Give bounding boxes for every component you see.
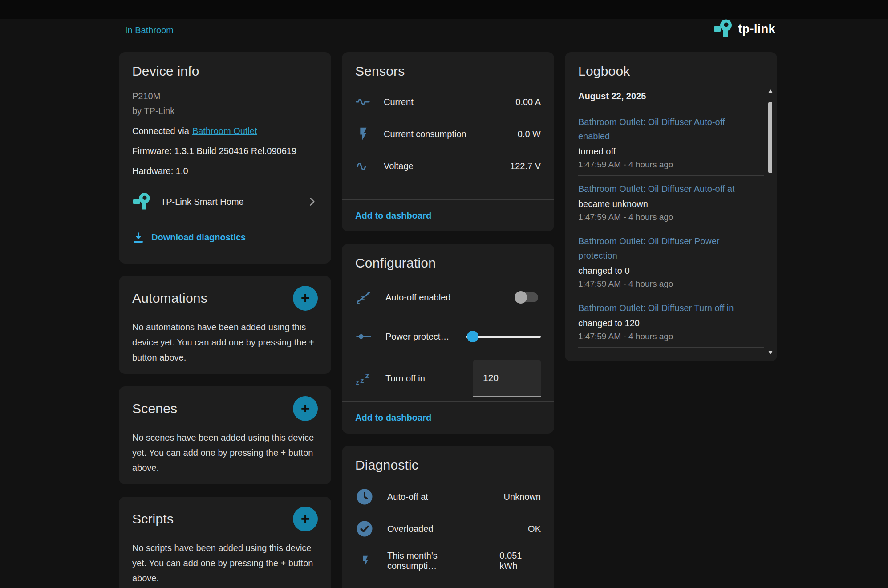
diagnostic-card: Diagnostic Auto-off at Unknown Overloade (342, 446, 554, 588)
sensor-value: 122.7 V (510, 161, 541, 171)
logbook-entity-link[interactable]: Bathroom Outlet: Oil Diffuser Auto-off e… (578, 117, 725, 141)
sleep-zzz-icon: z z z (355, 370, 372, 387)
logbook-card: Logbook August 22, 2025 Bathroom Outlet:… (565, 52, 777, 361)
diagnostic-row-auto-off-at[interactable]: Auto-off at Unknown (342, 481, 554, 513)
device-info-card: Device info P210M by TP-Link Connected v… (119, 52, 331, 264)
scripts-card: Scripts + No scripts have been added usi… (119, 497, 331, 588)
scenes-title: Scenes (132, 401, 177, 416)
add-to-dashboard-link[interactable]: Add to dashboard (355, 413, 431, 423)
plus-icon: + (301, 290, 310, 305)
configuration-footer: Add to dashboard (342, 401, 554, 434)
download-diagnostics-link[interactable]: Download diagnostics (151, 232, 246, 243)
breadcrumb[interactable]: In Bathroom (125, 25, 174, 36)
device-info-title: Device info (132, 64, 318, 79)
diagnostic-value: Unknown (504, 492, 541, 502)
connected-via-link[interactable]: Bathroom Outlet (192, 126, 257, 136)
sensors-card: Sensors Current 0.00 A Current consumpti… (342, 52, 554, 231)
scenes-card: Scenes + No scenes have been added using… (119, 386, 331, 484)
diagnostic-row-month-consumption[interactable]: This month's consumpti… 0.051 kWh (342, 545, 554, 577)
scrollbar-up-arrow-icon[interactable] (768, 89, 773, 93)
logbook-state: became unknown (578, 197, 754, 211)
sleep-off-icon: z z z (355, 289, 372, 306)
logbook-entry: Bathroom Outlet: Oil Diffuser Power prot… (578, 228, 764, 295)
svg-text:z: z (356, 379, 359, 386)
svg-text:z: z (360, 376, 364, 385)
connected-via-label: Connected via (132, 126, 189, 136)
logbook-entry: Bathroom Outlet: Oil Diffuser Auto-off e… (578, 109, 764, 176)
configuration-card: Configuration z z z Auto-off enabled (342, 244, 554, 434)
logbook-title: Logbook (578, 64, 764, 79)
scrollbar-down-arrow-icon[interactable] (768, 351, 773, 354)
logbook-scrollbar[interactable] (768, 89, 773, 354)
sensor-row-current-consumption[interactable]: Current consumption 0.0 W (342, 118, 554, 150)
logbook-state: changed to 120 (578, 316, 754, 330)
add-to-dashboard-link[interactable]: Add to dashboard (355, 211, 431, 221)
logbook-timestamp: 1:47:59 AM - 4 hours ago (578, 160, 754, 170)
logbook-entity-link[interactable]: Bathroom Outlet: Oil Diffuser Turn off i… (578, 303, 734, 313)
logbook-timestamp: 1:47:59 AM - 4 hours ago (578, 212, 754, 222)
diagnostic-value: 0.051 kWh (499, 551, 541, 571)
sensor-row-voltage[interactable]: Voltage 122.7 V (342, 150, 554, 182)
add-scene-button[interactable]: + (293, 396, 318, 421)
add-script-button[interactable]: + (293, 507, 318, 531)
chevron-right-icon (306, 196, 318, 207)
config-row-turn-off-in: z z z Turn off in (342, 356, 554, 401)
diagnostic-label: Auto-off at (387, 492, 428, 502)
sensor-label: Current consumption (384, 129, 466, 139)
clock-icon (355, 487, 374, 506)
logbook-timestamp: 1:47:59 AM - 4 hours ago (578, 279, 754, 289)
scripts-title: Scripts (132, 511, 174, 527)
column-right: Logbook August 22, 2025 Bathroom Outlet:… (565, 52, 777, 588)
logbook-date-header: August 22, 2025 (578, 91, 777, 109)
slider-thumb[interactable] (467, 331, 478, 342)
auto-off-toggle[interactable] (516, 292, 538, 302)
sensor-value: 0.00 A (515, 97, 541, 107)
tune-slider-icon (355, 328, 372, 345)
power-protect-label: Power protect… (385, 332, 449, 342)
logbook-entry: Bathroom Outlet: Oil Diffuser Turn off i… (578, 295, 764, 348)
turn-off-in-input[interactable] (473, 360, 541, 397)
download-icon (132, 231, 145, 244)
config-row-power-protect: Power protect… (342, 317, 554, 356)
hardware-line: Hardware: 1.0 (132, 166, 318, 176)
integration-label: TP-Link Smart Home (161, 197, 297, 207)
logbook-timestamp: 1:47:59 AM - 4 hours ago (578, 332, 754, 341)
device-info-footer: Download diagnostics (119, 221, 331, 254)
automations-title: Automations (132, 291, 207, 306)
config-row-auto-off: z z z Auto-off enabled (342, 278, 554, 317)
tp-link-logo-icon (713, 19, 734, 39)
scripts-empty-text: No scripts have been added using this de… (132, 540, 321, 586)
tp-link-integration-icon (132, 192, 152, 211)
sensor-label: Current (384, 97, 414, 107)
check-circle-icon (355, 519, 374, 538)
sensor-label: Voltage (384, 161, 414, 171)
scrollbar-thumb[interactable] (768, 102, 772, 173)
svg-text:z: z (365, 371, 369, 380)
sensor-row-current[interactable]: Current 0.00 A (342, 86, 554, 118)
column-middle: Sensors Current 0.00 A Current consumpti… (342, 52, 554, 588)
auto-off-label: Auto-off enabled (385, 292, 450, 303)
device-manufacturer: by TP-Link (132, 106, 318, 116)
brand: tp-link (713, 19, 775, 39)
logbook-state: changed to 0 (578, 264, 754, 278)
plus-icon: + (301, 401, 310, 416)
integration-row-tplink-smart-home[interactable]: TP-Link Smart Home (119, 187, 331, 216)
topbar: In Bathroom tp-link (0, 0, 888, 52)
add-automation-button[interactable]: + (293, 286, 318, 311)
diagnostic-title: Diagnostic (342, 458, 554, 473)
automations-card: Automations + No automations have been a… (119, 276, 331, 374)
logbook-entity-link[interactable]: Bathroom Outlet: Oil Diffuser Power prot… (578, 236, 720, 260)
scenes-empty-text: No scenes have been added using this dev… (132, 430, 321, 475)
sensors-footer: Add to dashboard (342, 199, 554, 231)
turn-off-in-label: Turn off in (385, 373, 425, 384)
logbook-state: turned off (578, 144, 754, 158)
flash-icon (355, 126, 370, 142)
sensor-value: 0.0 W (518, 129, 541, 139)
flash-icon (355, 552, 374, 570)
diagnostic-row-overloaded[interactable]: Overloaded OK (342, 513, 554, 545)
logbook-entity-link[interactable]: Bathroom Outlet: Oil Diffuser Auto-off a… (578, 184, 735, 194)
power-protect-slider[interactable] (466, 330, 541, 343)
firmware-line: Firmware: 1.3.1 Build 250416 Rel.090619 (132, 146, 318, 156)
configuration-title: Configuration (342, 255, 554, 271)
logbook-entry: Bathroom Outlet: Oil Diffuser Auto-off a… (578, 176, 764, 228)
